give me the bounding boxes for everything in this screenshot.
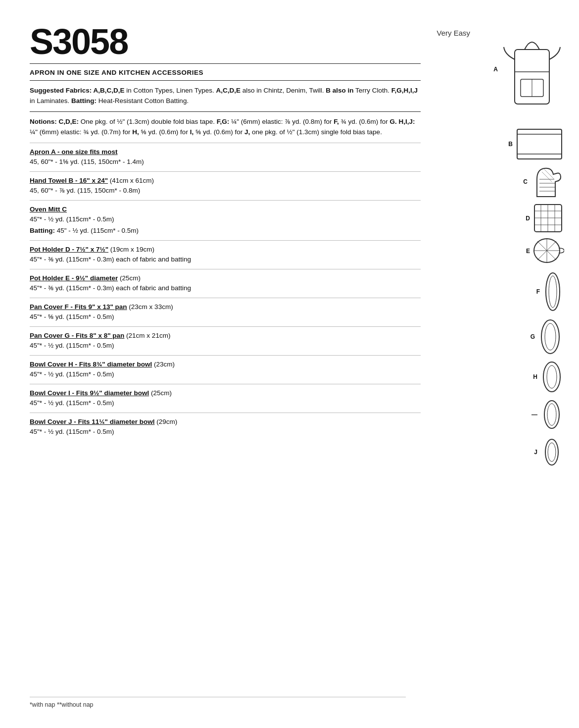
- svg-rect-4: [517, 129, 562, 159]
- label-b: B: [505, 141, 513, 148]
- pancover-f-illustration: [542, 269, 564, 314]
- label-c: C: [520, 178, 528, 185]
- label-d: D: [522, 215, 530, 222]
- svg-point-32: [547, 404, 556, 425]
- potholder-sq-illustration: [532, 202, 564, 234]
- svg-point-34: [548, 443, 556, 462]
- towel-illustration: [515, 127, 564, 161]
- sidebar-illustrations: A B C: [465, 20, 564, 469]
- page-title: APRON IN ONE SIZE AND KITCHEN ACCESSORIE…: [30, 69, 421, 76]
- svg-point-25: [546, 273, 560, 311]
- label-h: H: [530, 373, 537, 380]
- label-f: F: [532, 288, 540, 295]
- sidebar-potholder-d: D: [465, 202, 564, 234]
- section-g: Pan Cover G - Fits 8" x 8" pan (21cm x 2…: [30, 326, 421, 355]
- sidebar-potholder-e: E: [465, 237, 564, 264]
- section-e: Pot Holder E - 9½" diameter (25cm) 45"* …: [30, 269, 421, 298]
- label-a: A: [490, 66, 498, 73]
- section-c: Oven Mitt C 45"* - ½ yd. (115cm* - 0.5m)…: [30, 200, 421, 241]
- sidebar-mitt-c: C: [465, 164, 564, 199]
- bowlcover-i-illustration: [539, 397, 564, 432]
- label-j: J: [530, 449, 537, 456]
- label-g: G: [527, 333, 535, 340]
- svg-point-27: [541, 320, 559, 354]
- mitt-illustration: [530, 164, 564, 199]
- sidebar-bowlcover-i-dash: —: [465, 397, 564, 432]
- svg-rect-13: [534, 205, 562, 232]
- section-f: Pan Cover F - Fits 9" x 13" pan (23cm x …: [30, 298, 421, 326]
- pancover-g-illustration: [537, 317, 564, 357]
- bowlcover-h-illustration: [539, 360, 564, 394]
- section-d: Pot Holder D - 7½" x 7½" (19cm x 19cm) 4…: [30, 240, 421, 269]
- section-a: Apron A - one size fits most 45, 60"* - …: [30, 143, 421, 171]
- section-i: Bowl Cover I - Fits 9½" diameter bowl (2…: [30, 384, 421, 413]
- bowlcover-j-illustration: [539, 435, 564, 469]
- sidebar-towel-b: B: [465, 127, 564, 161]
- sidebar-apron-a: A: [465, 20, 564, 119]
- footnote: *with nap **without nap: [30, 697, 406, 708]
- potholder-round-illustration: [532, 237, 564, 264]
- svg-point-30: [547, 365, 557, 388]
- sidebar-pancover-f: F: [465, 269, 564, 314]
- label-dash: —: [530, 411, 537, 418]
- svg-point-31: [544, 401, 559, 428]
- section-b: Hand Towel B - 16" x 24" (41cm x 61cm) 4…: [30, 171, 421, 200]
- apron-illustration: [500, 20, 564, 119]
- notions-paragraph: Notions: C,D,E: One pkg. of ½" (1.3cm) d…: [30, 117, 421, 138]
- sidebar-pancover-g: G: [465, 317, 564, 357]
- svg-point-26: [549, 276, 557, 308]
- svg-point-33: [545, 439, 558, 465]
- svg-point-28: [545, 323, 556, 350]
- sidebar-bowlcover-j: J: [465, 435, 564, 469]
- sidebar-bowlcover-h: H: [465, 360, 564, 394]
- svg-point-29: [543, 362, 560, 392]
- label-e: E: [522, 248, 530, 255]
- fabrics-paragraph: Suggested Fabrics: A,B,C,D,E in Cotton T…: [30, 86, 421, 106]
- svg-line-11: [542, 172, 552, 182]
- section-h: Bowl Cover H - Fits 8¾" diameter bowl (2…: [30, 355, 421, 384]
- section-j: Bowl Cover J - Fits 11¼" diameter bowl (…: [30, 413, 421, 441]
